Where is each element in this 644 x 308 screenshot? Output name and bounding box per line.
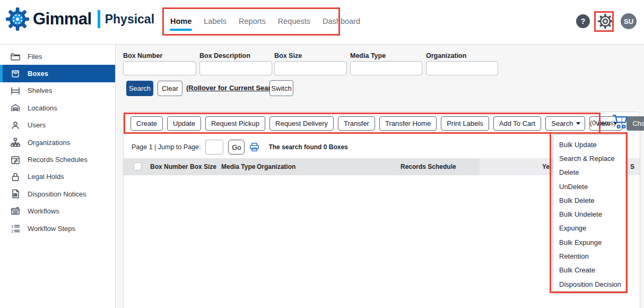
brand-logo: Gimmal Physical (5, 7, 154, 31)
menu-item-expunge[interactable]: Expunge (553, 221, 625, 235)
menu-item-bulk-delete[interactable]: Bulk Delete (553, 193, 625, 207)
window-lines-icon (10, 206, 21, 217)
search-dropdown-button[interactable]: Search (545, 116, 585, 131)
svg-text:1: 1 (11, 224, 14, 229)
cart-icon[interactable] (612, 114, 631, 131)
menu-item-undelete[interactable]: UnDelete (553, 179, 625, 193)
sidebar-item-workflow-steps[interactable]: 12 Workflow Steps (0, 220, 115, 237)
document-icon (10, 189, 21, 199)
sidebar-item-label: Legal Holds (28, 173, 64, 181)
switch-button[interactable]: Switch (269, 80, 293, 96)
sidebar-item-label: Workflow Steps (28, 225, 75, 233)
brand-divider (98, 10, 100, 28)
svg-text:2: 2 (11, 229, 14, 234)
header-actions: ? SU (576, 13, 637, 29)
sidebar-item-label: Disposition Notices (28, 190, 86, 198)
column-header-box-size[interactable]: Box Size (190, 163, 216, 170)
sidebar-item-disposition-notices[interactable]: Disposition Notices (0, 185, 115, 202)
field-label-media-type: Media Type (350, 52, 386, 59)
chevron-down-icon (576, 122, 580, 125)
sidebar-item-files[interactable]: Files (0, 48, 115, 65)
change-menu: Bulk Update Search & Replace Delete UnDe… (553, 134, 626, 292)
sidebar-item-shelves[interactable]: Shelves (0, 82, 115, 99)
change-dropdown-label: Change (632, 119, 644, 127)
sidebar-item-label: Boxes (28, 70, 48, 78)
user-icon (10, 120, 21, 131)
column-header-year-truncated[interactable]: Ye (542, 163, 550, 170)
search-dropdown-label: Search (551, 119, 573, 127)
select-all-checkbox[interactable] (134, 162, 142, 170)
nav-item-home[interactable]: Home (170, 14, 192, 31)
add-to-cart-button[interactable]: Add To Cart (493, 116, 541, 131)
sidebar-item-label: Organizations (28, 139, 70, 147)
sidebar-item-legal-holds[interactable]: Legal Holds (0, 168, 115, 185)
sidebar-item-label: Workflows (28, 207, 59, 215)
organization-input[interactable] (426, 61, 498, 75)
menu-item-delete[interactable]: Delete (553, 166, 625, 179)
sidebar-item-records-schedules[interactable]: Records Schedules (0, 151, 115, 168)
search-button[interactable]: Search (126, 81, 153, 96)
pagination-bar: Page 1 | Jump to Page: Go The search fou… (132, 139, 348, 155)
page-jump-label: Page 1 | Jump to Page: (132, 143, 201, 151)
help-icon[interactable]: ? (576, 14, 590, 28)
sidebar-item-organizations[interactable]: Organizations (0, 134, 115, 151)
menu-item-disposition-decision[interactable]: Disposition Decision (553, 277, 625, 291)
nav-item-dashboard[interactable]: Dashboard (322, 14, 361, 31)
nav-item-requests[interactable]: Requests (277, 14, 311, 31)
sidebar-item-locations[interactable]: Locations (0, 99, 115, 116)
calendar-pencil-icon (10, 155, 21, 165)
shelf-icon (10, 85, 21, 96)
transfer-button[interactable]: Transfer (338, 116, 375, 131)
sidebar-item-boxes[interactable]: Boxes (0, 65, 115, 82)
jump-to-page-input[interactable] (205, 140, 223, 155)
main-nav: Home Labels Reports Requests Dashboard (170, 0, 361, 45)
sidebar: Files Boxes Shelves Locations Users (0, 45, 116, 308)
sidebar-item-workflows[interactable]: Workflows (0, 203, 115, 220)
rollover-current-search-link[interactable]: (Rollover for Current Search) (186, 84, 281, 92)
menu-item-bulk-create[interactable]: Bulk Create (553, 263, 625, 277)
actions-toolbar: Create Update Request Pickup Request Del… (130, 116, 644, 131)
folder-icon (10, 51, 21, 62)
request-pickup-button[interactable]: Request Pickup (205, 116, 265, 131)
box-number-input[interactable] (123, 61, 196, 75)
column-header-organization[interactable]: Organization (257, 163, 295, 170)
brand-name: Gimmal (33, 10, 92, 29)
transfer-home-button[interactable]: Transfer Home (379, 116, 437, 131)
column-header-box-number[interactable]: Box Number (150, 163, 188, 170)
gimmal-gear-logo-icon (5, 7, 30, 31)
column-header-records-schedule[interactable]: Records Schedule (401, 163, 456, 170)
print-labels-button[interactable]: Print Labels (441, 116, 489, 131)
request-delivery-button[interactable]: Request Delivery (269, 116, 334, 131)
menu-item-retention[interactable]: Retention (553, 249, 625, 263)
sidebar-item-label: Shelves (28, 87, 52, 95)
sidebar-item-users[interactable]: Users (0, 117, 115, 134)
box-description-input[interactable] (199, 61, 272, 75)
menu-item-bulk-undelete[interactable]: Bulk Undelete (553, 207, 625, 221)
box-size-input[interactable] (274, 61, 347, 75)
search-result-summary: The search found 0 Boxes (268, 143, 347, 151)
user-avatar[interactable]: SU (621, 13, 637, 29)
create-button[interactable]: Create (130, 116, 163, 131)
media-type-input[interactable] (350, 61, 422, 75)
menu-item-bulk-update[interactable]: Bulk Update (553, 138, 625, 151)
print-icon[interactable] (249, 142, 259, 152)
update-button[interactable]: Update (167, 116, 201, 131)
nav-item-labels[interactable]: Labels (203, 14, 227, 31)
menu-item-search-replace[interactable]: Search & Replace (553, 151, 625, 165)
column-header-truncated[interactable]: S (630, 163, 634, 170)
field-label-box-size: Box Size (274, 52, 302, 59)
sidebar-item-label: Records Schedules (28, 156, 88, 164)
nav-item-reports[interactable]: Reports (238, 14, 266, 31)
app-header: Gimmal Physical Home Labels Reports Requ… (0, 0, 644, 45)
menu-item-bulk-expunge[interactable]: Bulk Expunge (553, 235, 625, 249)
sidebar-item-label: Locations (28, 104, 57, 112)
box-icon (10, 69, 21, 79)
settings-gear-icon[interactable] (597, 13, 613, 29)
field-label-organization: Organization (426, 52, 466, 59)
go-button[interactable]: Go (228, 140, 245, 155)
column-header-media-type[interactable]: Media Type (221, 163, 255, 170)
warehouse-icon (10, 102, 21, 113)
field-label-box-number: Box Number (123, 52, 162, 59)
sidebar-item-label: Files (28, 53, 42, 61)
clear-button[interactable]: Clear (158, 81, 182, 96)
